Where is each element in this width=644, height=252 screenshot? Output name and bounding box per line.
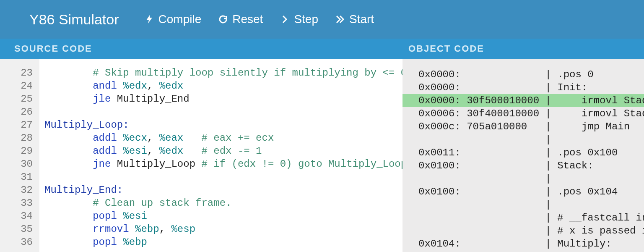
line-number: 28 [0,131,33,144]
app-title: Y86 Simulator [29,11,119,28]
source-line: addl %ecx, %eax # eax += ecx [44,131,402,144]
step-label: Step [294,13,318,26]
source-line: # Clean up stack frame. [44,197,402,210]
source-line: # Skip multiply loop silently if multipl… [44,66,402,79]
chevron-right-icon [280,14,290,24]
source-line: popl %ebp [44,236,402,249]
source-line: popl %esi [44,210,402,223]
object-code-row: 0x0000: | Init: [402,81,644,94]
double-chevron-right-icon [335,14,345,24]
source-line [44,171,402,184]
reset-label: Reset [232,13,263,26]
start-label: Start [349,13,374,26]
line-number: 32 [0,184,33,197]
object-code-row: | [402,198,644,211]
line-number: 29 [0,144,33,158]
source-line [44,105,402,118]
reset-button[interactable]: Reset [218,13,263,26]
object-code-row: | # x is passed i [402,224,644,237]
reset-icon [218,14,228,24]
main-content: 2324252627282930313233343536 # Skip mult… [0,59,644,252]
source-line: rrmovl %ebp, %esp [44,223,402,236]
start-button[interactable]: Start [335,13,374,26]
source-line: jle Multiply_End [44,92,402,105]
compile-label: Compile [158,13,202,26]
line-number: 26 [0,105,33,118]
object-code-row: 0x0104: | Multiply: [402,237,644,250]
object-code-row: 0x0000: | .pos 0 [402,68,644,81]
object-code-row: 0x0000: 30f500010000 | irmovl Stac [402,94,644,107]
step-button[interactable]: Step [280,13,318,26]
line-number: 36 [0,236,33,249]
object-code-row: | # __fastcall in [402,211,644,224]
source-panel[interactable]: 2324252627282930313233343536 # Skip mult… [0,59,402,252]
line-number: 34 [0,210,33,223]
panel-headers: SOURCE CODE OBJECT CODE [0,39,644,59]
object-code-header: OBJECT CODE [408,43,644,54]
line-number: 25 [0,92,33,105]
object-code-row: | [402,172,644,185]
object-code-panel[interactable]: 0x0000: | .pos 00x0000: | Init:0x0000: 3… [402,59,644,252]
source-line: andl %edx, %edx [44,79,402,92]
line-number: 24 [0,79,33,92]
object-code-row: 0x0006: 30f400010000 | irmovl Stac [402,107,644,120]
line-number: 23 [0,66,33,79]
source-code-header: SOURCE CODE [14,43,402,54]
line-number: 31 [0,171,33,184]
source-line: addl %esi, %edx # edx -= 1 [44,144,402,158]
line-number: 35 [0,223,33,236]
top-toolbar: Y86 Simulator Compile Reset Step Start [0,0,644,39]
line-number: 30 [0,158,33,171]
object-code-row: 0x000c: 705a010000 | jmp Main [402,120,644,133]
source-line: jne Multiply_Loop # if (edx != 0) goto M… [44,158,402,171]
object-code-row: 0x0100: | Stack: [402,159,644,172]
object-code-row: 0x0100: | .pos 0x104 [402,185,644,198]
object-code-row: 0x0011: | .pos 0x100 [402,146,644,159]
source-line: Multiply_End: [44,184,402,197]
bolt-icon [144,14,154,24]
line-number: 27 [0,118,33,131]
line-number: 33 [0,197,33,210]
source-line: Multiply_Loop: [44,118,402,131]
source-code-area[interactable]: # Skip multiply loop silently if multipl… [39,59,402,252]
object-code-row: | [402,133,644,146]
compile-button[interactable]: Compile [144,13,202,26]
line-number-gutter: 2324252627282930313233343536 [0,59,39,252]
